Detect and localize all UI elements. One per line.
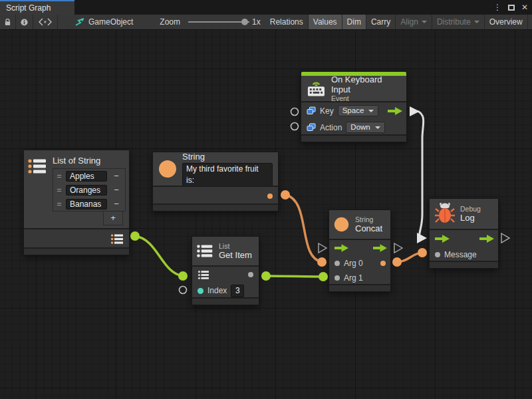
lock-icon xyxy=(5,18,11,27)
result-output-port[interactable] xyxy=(380,261,386,266)
carry-button[interactable]: Carry xyxy=(366,15,396,29)
values-button[interactable]: Values xyxy=(309,15,342,29)
drag-handle-icon[interactable]: = xyxy=(55,186,63,195)
node-title: Get Item xyxy=(219,250,252,260)
list-editor: = Apples − = Oranges − = Bananas − xyxy=(53,168,126,211)
dropdown-arrow-icon xyxy=(375,126,380,129)
list-icon xyxy=(196,243,213,259)
window-close-icon[interactable]: ✕ xyxy=(521,0,528,15)
graph-toolbar: GameObject Zoom 1x Relations Values Dim … xyxy=(0,15,532,30)
string-output-port[interactable] xyxy=(267,194,273,199)
list-item-row: = Apples − xyxy=(53,169,125,183)
list-item-row: = Oranges − xyxy=(53,183,125,197)
node-concat[interactable]: String Concat Arg 0 Arg 1 xyxy=(329,209,391,292)
drag-handle-icon[interactable]: = xyxy=(55,200,63,209)
zoom-control: Zoom 1x xyxy=(155,15,265,29)
node-category: Debug xyxy=(460,205,481,213)
action-port-label: Action xyxy=(320,123,342,132)
info-button[interactable] xyxy=(16,15,33,29)
string-icon xyxy=(158,160,177,178)
window-menu-icon[interactable]: ⋮ xyxy=(493,0,501,15)
drag-handle-icon[interactable]: = xyxy=(55,172,63,181)
control-input-arrow-icon[interactable] xyxy=(435,235,450,243)
code-icon xyxy=(38,18,53,26)
remove-item-button[interactable]: − xyxy=(110,171,123,181)
string-icon xyxy=(333,216,350,233)
edit-graph-button[interactable] xyxy=(33,15,58,29)
distribute-dropdown-arrow-icon xyxy=(474,21,479,23)
node-debug-log[interactable]: Debug Log Message xyxy=(429,198,499,269)
lock-button[interactable] xyxy=(0,15,16,29)
arg1-port-label: Arg 1 xyxy=(344,273,363,283)
list-icon xyxy=(27,157,47,176)
node-title: Log xyxy=(460,213,481,223)
index-port-label: Index xyxy=(207,286,227,295)
window-maximize-icon[interactable] xyxy=(508,5,515,11)
message-port-label: Message xyxy=(444,250,477,259)
list-item-field[interactable]: Oranges xyxy=(66,185,107,196)
keyboard-icon xyxy=(307,80,326,98)
node-title: String xyxy=(182,152,273,162)
arg0-port-label: Arg 0 xyxy=(344,259,363,268)
align-button[interactable]: Align xyxy=(396,15,432,29)
zoom-slider-handle[interactable] xyxy=(241,19,248,25)
fullscreen-button[interactable]: Full Screen xyxy=(528,15,532,29)
tab-script-graph[interactable]: Script Graph xyxy=(0,0,74,15)
node-get-item[interactable]: List Get Item Index 3 xyxy=(192,236,259,305)
index-value-field[interactable]: 3 xyxy=(231,285,244,297)
relations-button[interactable]: Relations xyxy=(265,15,309,29)
item-output-port[interactable] xyxy=(248,272,253,277)
distribute-button[interactable]: Distribute xyxy=(432,15,485,29)
zoom-slider[interactable] xyxy=(188,21,249,23)
arg0-input-port[interactable] xyxy=(334,261,340,266)
dim-button[interactable]: Dim xyxy=(342,15,366,29)
list-output-port-icon[interactable] xyxy=(110,233,124,245)
message-input-port[interactable] xyxy=(435,252,440,257)
key-dropdown[interactable]: Space xyxy=(338,105,379,116)
node-list-of-string[interactable]: List of String = Apples − = Oranges − xyxy=(23,150,130,255)
unity-script-graph-window: Script Graph ⋮ ✕ GameObject Zoom 1x Rela… xyxy=(0,0,532,399)
node-category: String xyxy=(355,215,382,223)
dropdown-arrow-icon xyxy=(368,110,374,112)
list-item-field[interactable]: Bananas xyxy=(66,199,107,209)
control-input-arrow-icon[interactable] xyxy=(334,244,348,252)
control-output-arrow-icon[interactable] xyxy=(373,244,387,252)
overview-button[interactable]: Overview xyxy=(485,15,528,29)
graph-pointer-icon xyxy=(74,17,84,27)
list-item-row: = Bananas − xyxy=(53,197,125,211)
index-input-port[interactable] xyxy=(198,288,203,294)
graph-owner-label: GameObject xyxy=(88,17,133,27)
action-dropdown[interactable]: Down xyxy=(346,122,384,133)
remove-item-button[interactable]: − xyxy=(110,199,123,209)
zoom-value: 1x xyxy=(252,17,261,27)
zoom-label: Zoom xyxy=(160,17,180,27)
key-port-label: Key xyxy=(320,106,334,116)
node-title: On Keyboard Input xyxy=(331,74,401,94)
node-category: List xyxy=(219,242,252,250)
add-item-button[interactable]: + xyxy=(103,211,123,225)
remove-item-button[interactable]: − xyxy=(110,185,123,195)
tab-bar: Script Graph ⋮ ✕ xyxy=(0,0,532,15)
key-type-icon xyxy=(307,106,316,115)
graph-owner-button[interactable]: GameObject xyxy=(70,15,138,29)
node-on-keyboard-input[interactable]: On Keyboard Input Event Key Space Action… xyxy=(301,71,407,142)
node-title: List of String xyxy=(53,156,126,166)
node-string-literal[interactable]: String My third favorite fruit is: xyxy=(152,152,279,211)
align-dropdown-arrow-icon xyxy=(422,21,427,23)
list-input-port-icon[interactable] xyxy=(198,270,209,280)
info-icon xyxy=(21,18,28,27)
action-type-icon xyxy=(307,123,316,132)
node-title: Concat xyxy=(355,223,382,233)
string-value-field[interactable]: My third favorite fruit is: xyxy=(182,163,273,187)
control-output-arrow-icon[interactable] xyxy=(479,235,494,243)
list-item-field[interactable]: Apples xyxy=(66,171,107,182)
control-output-arrow-icon[interactable] xyxy=(388,107,402,115)
bug-icon xyxy=(435,203,455,225)
arg1-input-port[interactable] xyxy=(334,275,340,281)
